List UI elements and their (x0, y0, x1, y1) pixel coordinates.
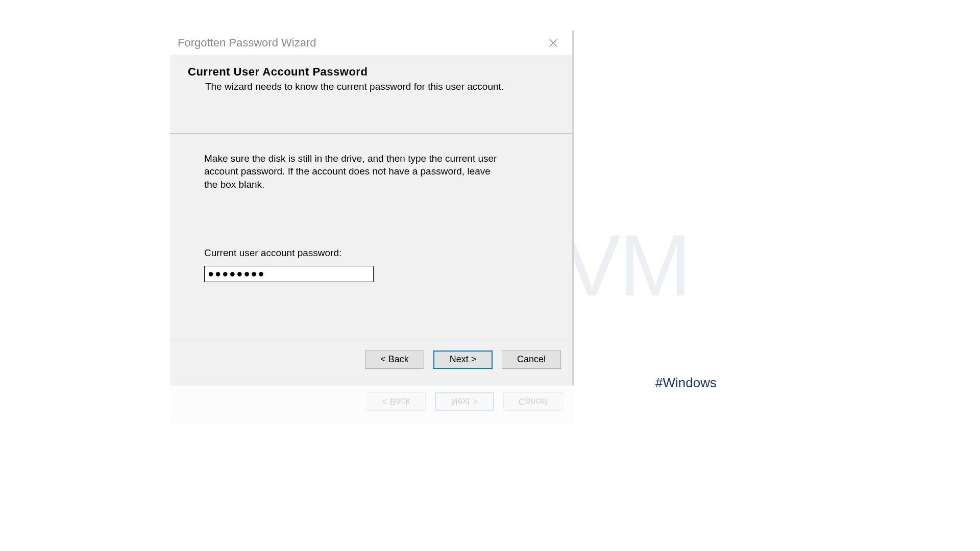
wizard-dialog: Forgotten Password Wizard Current User A… (170, 31, 574, 386)
cancel-button[interactable]: Cancel (502, 350, 561, 369)
titlebar: Forgotten Password Wizard (170, 31, 572, 55)
next-button[interactable]: Next > (433, 350, 493, 369)
reflection-back: < Back (366, 392, 426, 411)
back-button[interactable]: < Back (365, 350, 424, 369)
page-subtitle: The wizard needs to know the current pas… (188, 81, 555, 93)
password-input[interactable] (204, 266, 374, 282)
reflection-cancel: Cancel (503, 392, 562, 411)
content-panel: Make sure the disk is still in the drive… (170, 134, 572, 339)
reflection-next: Next > (435, 392, 494, 411)
button-bar: < Back Next > Cancel (170, 339, 572, 369)
instruction-text: Make sure the disk is still in the drive… (204, 152, 500, 191)
dialog-reflection: < Back Next > Cancel (170, 387, 574, 422)
page-title: Current User Account Password (188, 65, 555, 79)
header-panel: Current User Account Password The wizard… (170, 55, 572, 134)
close-icon (549, 39, 557, 47)
hashtag-label: #Windows (655, 375, 717, 391)
close-button[interactable] (542, 35, 565, 51)
window-title: Forgotten Password Wizard (178, 36, 316, 49)
password-field-label: Current user account password: (204, 247, 538, 259)
